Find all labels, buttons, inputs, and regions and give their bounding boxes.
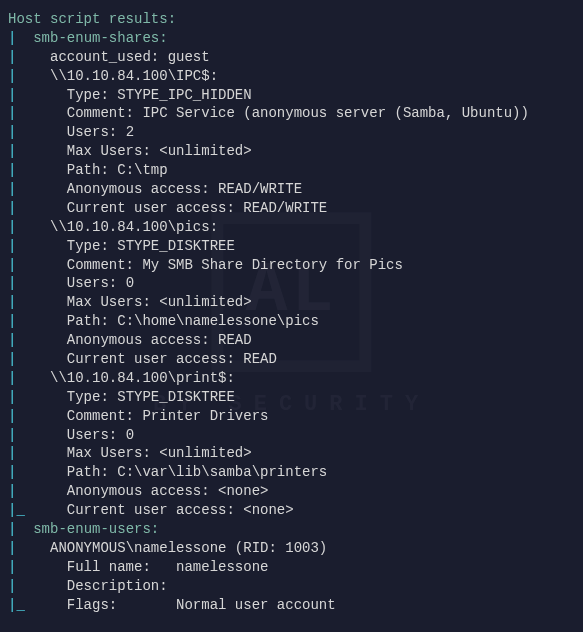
share-curr: READ/WRITE xyxy=(243,200,327,216)
share-maxusers: <unlimited> xyxy=(159,294,251,310)
user-identity: ANONYMOUS\namelessone (RID: 1003) xyxy=(50,540,327,556)
share-name: | \\10.10.84.100\pics: xyxy=(8,218,575,237)
tree-bar: | xyxy=(8,389,67,405)
share-attr: | Max Users: <unlimited> xyxy=(8,444,575,463)
tree-bar: | xyxy=(8,162,67,178)
section-label: smb-enum-shares: xyxy=(33,30,167,46)
section-smb-enum-shares: | smb-enum-shares: xyxy=(8,29,575,48)
share-anon: READ/WRITE xyxy=(218,181,302,197)
tree-bar: | xyxy=(8,464,67,480)
share-attr: | Path: C:\var\lib\samba\printers xyxy=(8,463,575,482)
tree-bar: | xyxy=(8,559,67,575)
account-used-value: guest xyxy=(168,49,210,65)
share-attr: | Users: 0 xyxy=(8,274,575,293)
share-attr: | Anonymous access: READ/WRITE xyxy=(8,180,575,199)
share-users: 2 xyxy=(126,124,134,140)
tree-bar: |_ xyxy=(8,502,67,518)
tree-bar: | xyxy=(8,445,67,461)
share-name-text: \\10.10.84.100\IPC$: xyxy=(50,68,218,84)
tree-bar: | xyxy=(8,200,67,216)
share-attr: | Max Users: <unlimited> xyxy=(8,293,575,312)
share-name: | \\10.10.84.100\print$: xyxy=(8,369,575,388)
share-comment: My SMB Share Directory for Pics xyxy=(142,257,402,273)
user-flags: Normal user account xyxy=(176,597,336,613)
share-path: C:\tmp xyxy=(117,162,167,178)
title-line: Host script results: xyxy=(8,10,575,29)
user-description-label: Description: xyxy=(67,578,168,594)
share-attr: | Anonymous access: READ xyxy=(8,331,575,350)
tree-bar: | xyxy=(8,521,33,537)
tree-bar: | xyxy=(8,294,67,310)
share-anon: <none> xyxy=(218,483,268,499)
share-attr: | Path: C:\tmp xyxy=(8,161,575,180)
terminal-output: Host script results: | smb-enum-shares: … xyxy=(8,10,575,615)
share-comment: IPC Service (anonymous server (Samba, Ub… xyxy=(142,105,528,121)
tree-bar: | xyxy=(8,143,67,159)
tree-bar: | xyxy=(8,181,67,197)
share-attr: |_ Current user access: <none> xyxy=(8,501,575,520)
tree-bar: | xyxy=(8,105,67,121)
user-attr: | Full name: namelessone xyxy=(8,558,575,577)
share-attr: | Type: STYPE_DISKTREE xyxy=(8,388,575,407)
tree-bar: | xyxy=(8,49,50,65)
share-name-text: \\10.10.84.100\print$: xyxy=(50,370,235,386)
share-path: C:\var\lib\samba\printers xyxy=(117,464,327,480)
tree-bar: | xyxy=(8,408,67,424)
share-attr: | Users: 2 xyxy=(8,123,575,142)
share-anon: READ xyxy=(218,332,252,348)
share-attr: | Current user access: READ/WRITE xyxy=(8,199,575,218)
share-users: 0 xyxy=(126,275,134,291)
tree-bar: | xyxy=(8,578,67,594)
tree-bar: | xyxy=(8,275,67,291)
tree-bar: | xyxy=(8,238,67,254)
tree-bar: | xyxy=(8,257,67,273)
tree-bar: | xyxy=(8,68,50,84)
section-smb-enum-users: | smb-enum-users: xyxy=(8,520,575,539)
account-used-label: account_used: xyxy=(50,49,159,65)
tree-bar: | xyxy=(8,483,67,499)
share-attr: | Path: C:\home\namelessone\pics xyxy=(8,312,575,331)
share-type: STYPE_DISKTREE xyxy=(117,389,235,405)
share-maxusers: <unlimited> xyxy=(159,445,251,461)
user-attr: | Description: xyxy=(8,577,575,596)
tree-bar: | xyxy=(8,332,67,348)
share-attr: | Users: 0 xyxy=(8,426,575,445)
share-curr: <none> xyxy=(243,502,293,518)
tree-bar: | xyxy=(8,313,67,329)
tree-bar: | xyxy=(8,370,50,386)
share-comment: Printer Drivers xyxy=(142,408,268,424)
share-path: C:\home\namelessone\pics xyxy=(117,313,319,329)
tree-bar: | xyxy=(8,87,67,103)
tree-bar: |_ xyxy=(8,597,67,613)
share-type: STYPE_IPC_HIDDEN xyxy=(117,87,251,103)
share-curr: READ xyxy=(243,351,277,367)
user-fullname: namelessone xyxy=(176,559,268,575)
tree-bar: | xyxy=(8,30,33,46)
tree-bar: | xyxy=(8,427,67,443)
tree-bar: | xyxy=(8,351,67,367)
share-attr: | Comment: IPC Service (anonymous server… xyxy=(8,104,575,123)
title: Host script results: xyxy=(8,11,176,27)
share-maxusers: <unlimited> xyxy=(159,143,251,159)
user-line: | ANONYMOUS\namelessone (RID: 1003) xyxy=(8,539,575,558)
tree-bar: | xyxy=(8,124,67,140)
share-name: | \\10.10.84.100\IPC$: xyxy=(8,67,575,86)
share-attr: | Type: STYPE_IPC_HIDDEN xyxy=(8,86,575,105)
share-attr: | Type: STYPE_DISKTREE xyxy=(8,237,575,256)
tree-bar: | xyxy=(8,219,50,235)
share-name-text: \\10.10.84.100\pics: xyxy=(50,219,218,235)
share-attr: | Comment: My SMB Share Directory for Pi… xyxy=(8,256,575,275)
tree-bar: | xyxy=(8,540,50,556)
share-users: 0 xyxy=(126,427,134,443)
account-used-line: | account_used: guest xyxy=(8,48,575,67)
share-type: STYPE_DISKTREE xyxy=(117,238,235,254)
share-attr: | Max Users: <unlimited> xyxy=(8,142,575,161)
section-label: smb-enum-users: xyxy=(33,521,159,537)
user-attr: |_ Flags: Normal user account xyxy=(8,596,575,615)
share-attr: | Anonymous access: <none> xyxy=(8,482,575,501)
share-attr: | Comment: Printer Drivers xyxy=(8,407,575,426)
share-attr: | Current user access: READ xyxy=(8,350,575,369)
